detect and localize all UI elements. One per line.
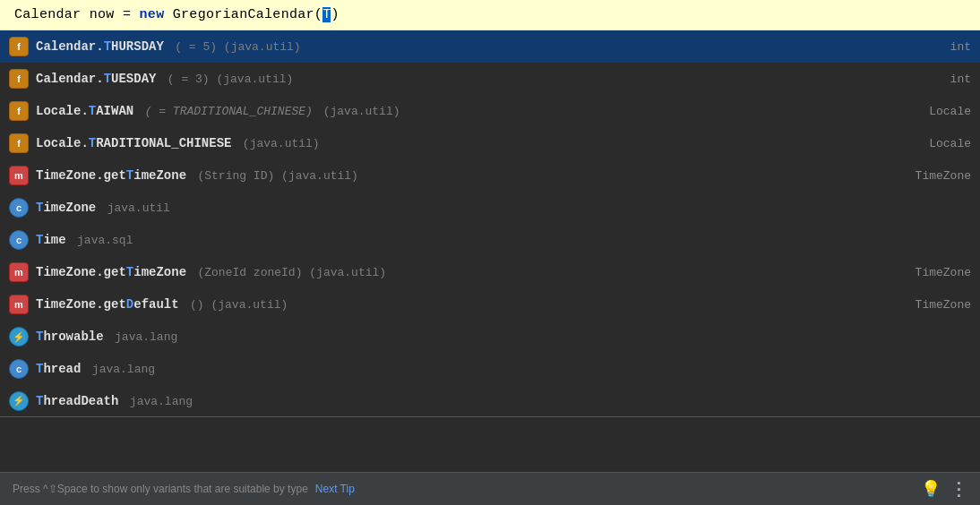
list-item[interactable]: f Locale.TRADITIONAL_CHINESE (java.util)… <box>0 127 980 159</box>
list-item[interactable]: m TimeZone.getTimeZone (String ID) (java… <box>0 159 980 192</box>
method-icon: m <box>9 166 29 185</box>
throwable-icon: ⚡ <box>9 327 29 347</box>
item-name: Locale.TRADITIONAL_CHINESE (java.util) <box>36 136 899 150</box>
status-icons: 💡 ⋮ <box>921 478 967 500</box>
list-item[interactable]: c Thread java.lang <box>0 353 980 385</box>
code-class: GregorianCalendar( <box>164 7 322 22</box>
throwable-icon: ⚡ <box>9 391 29 411</box>
item-name: Time java.sql <box>36 233 899 247</box>
field-icon: f <box>9 69 29 89</box>
field-icon: f <box>9 133 29 153</box>
item-name: ThreadDeath java.lang <box>36 394 971 408</box>
item-name: Calendar.THURSDAY ( = 5) (java.util) <box>36 39 899 54</box>
lightbulb-icon[interactable]: 💡 <box>921 479 941 499</box>
main-container: Calendar now = new GregorianCalendar(T) … <box>0 0 980 505</box>
item-name: TimeZone java.util <box>36 201 899 215</box>
list-item[interactable]: f Calendar.THURSDAY ( = 5) (java.util) i… <box>0 30 980 63</box>
method-icon: m <box>9 295 29 314</box>
status-bar: Press ^⇧Space to show only variants that… <box>0 472 980 505</box>
item-type: TimeZone <box>898 298 971 312</box>
item-name: TimeZone.getTimeZone (String ID) (java.u… <box>36 168 898 183</box>
code-suffix: ) <box>331 7 339 22</box>
item-type: Locale <box>899 137 971 150</box>
list-item[interactable]: f Locale.TAIWAN ( = TRADITIONAL_CHINESE)… <box>0 95 980 127</box>
item-name: Throwable java.lang <box>36 330 899 344</box>
next-tip-button[interactable]: Next Tip <box>315 483 355 495</box>
item-name: Locale.TAIWAN ( = TRADITIONAL_CHINESE) (… <box>36 104 899 118</box>
method-icon: m <box>9 262 29 282</box>
item-name: Thread java.lang <box>36 362 899 376</box>
list-item[interactable]: c TimeZone java.util <box>0 192 980 224</box>
tip-text: Press ^⇧Space to show only variants that… <box>13 483 308 495</box>
item-type: int <box>899 73 971 86</box>
class-icon: c <box>9 359 29 379</box>
editor-line: Calendar now = new GregorianCalendar(T) <box>0 0 980 30</box>
item-type: int <box>899 40 971 54</box>
list-item[interactable]: ⚡ ThreadDeath java.lang <box>0 385 980 417</box>
autocomplete-dropdown: f Calendar.THURSDAY ( = 5) (java.util) i… <box>0 30 980 472</box>
field-icon: f <box>9 37 29 56</box>
list-item[interactable]: m TimeZone.getTimeZone (ZoneId zoneId) (… <box>0 256 980 288</box>
item-type: TimeZone <box>898 266 971 279</box>
item-name: TimeZone.getDefault () (java.util) <box>36 297 898 312</box>
class-icon: c <box>9 198 29 218</box>
item-type: TimeZone <box>898 169 971 183</box>
list-item[interactable]: ⚡ Throwable java.lang <box>0 321 980 353</box>
more-options-icon[interactable]: ⋮ <box>950 478 967 500</box>
item-name: Calendar.TUESDAY ( = 3) (java.util) <box>36 72 899 86</box>
class-icon: c <box>9 230 29 250</box>
list-item[interactable]: m TimeZone.getDefault () (java.util) Tim… <box>0 288 980 321</box>
list-item[interactable]: f Calendar.TUESDAY ( = 3) (java.util) in… <box>0 63 980 95</box>
field-icon: f <box>9 101 29 121</box>
code-prefix: Calendar now = <box>14 7 140 22</box>
item-type: Locale <box>899 105 971 118</box>
item-name: TimeZone.getTimeZone (ZoneId zoneId) (ja… <box>36 265 898 279</box>
list-item[interactable]: c Time java.sql <box>0 224 980 256</box>
keyword-new: new <box>140 7 165 22</box>
